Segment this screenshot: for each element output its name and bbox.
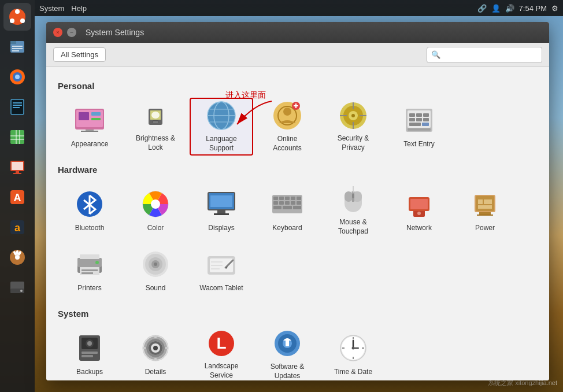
svg-rect-102: [293, 206, 301, 209]
all-settings-button[interactable]: All Settings: [53, 47, 106, 62]
svg-text:a: a: [14, 222, 21, 234]
svg-point-1: [15, 9, 20, 14]
svg-rect-124: [82, 269, 98, 271]
window-toolbar: All Settings 🔍: [46, 43, 549, 67]
software-label: Software &Updates: [271, 363, 305, 380]
mouse-icon: [337, 184, 369, 215]
settings-item-appearance[interactable]: Appearance: [58, 98, 121, 156]
taskbar-tools[interactable]: [3, 243, 31, 271]
sound-label: Sound: [146, 284, 166, 293]
svg-rect-99: [297, 201, 301, 205]
search-icon: 🔍: [431, 50, 440, 59]
network-icon: [403, 188, 435, 220]
brightness-icon: [139, 101, 172, 131]
taskbar-firefox[interactable]: [3, 63, 31, 91]
taskbar-amazon[interactable]: a: [3, 213, 31, 241]
taskbar-appstore[interactable]: A: [3, 183, 31, 211]
settings-item-power[interactable]: Power: [453, 182, 517, 239]
svg-rect-104: [345, 191, 353, 202]
search-input[interactable]: [427, 47, 542, 63]
settings-item-mouse[interactable]: Mouse &Touchpad: [321, 182, 385, 239]
user-icon: 👤: [491, 4, 501, 13]
svg-rect-88: [214, 213, 229, 215]
text-entry-icon: [403, 104, 435, 136]
window-titlebar: × – System Settings: [46, 22, 549, 43]
svg-rect-42: [91, 118, 101, 120]
svg-rect-23: [12, 162, 23, 170]
keyboard-icon: [271, 188, 303, 220]
settings-item-brightness[interactable]: Brightness &Lock: [124, 98, 187, 156]
settings-item-text-entry[interactable]: Text Entry: [387, 98, 451, 156]
svg-point-11: [15, 75, 20, 79]
svg-rect-100: [273, 206, 282, 209]
settings-item-color[interactable]: Color: [124, 182, 187, 239]
sound-icon: [139, 248, 172, 280]
svg-point-65: [351, 114, 355, 117]
settings-item-network[interactable]: Network: [387, 182, 451, 239]
svg-rect-144: [82, 352, 98, 354]
taskbar-writer[interactable]: [3, 93, 31, 121]
settings-item-keyboard[interactable]: Keyboard: [255, 182, 319, 239]
window-close-button[interactable]: ×: [53, 28, 62, 37]
settings-item-online-accounts[interactable]: OnlineAccounts: [255, 98, 319, 156]
settings-item-backups[interactable]: Backups: [58, 326, 121, 380]
details-label: Details: [145, 368, 166, 377]
settings-item-time[interactable]: Time & Date: [321, 326, 385, 380]
language-label: LanguageSupport: [206, 135, 236, 153]
hardware-icons-grid: Bluetooth Col: [58, 182, 538, 299]
svg-rect-17: [10, 130, 24, 144]
color-label: Color: [147, 224, 164, 233]
top-menubar: System Help 🔗 👤 🔊 7:54 PM ⚙: [35, 0, 563, 16]
svg-rect-74: [423, 113, 429, 117]
svg-point-34: [15, 255, 20, 260]
displays-label: Displays: [208, 224, 234, 233]
settings-item-printers[interactable]: Printers: [58, 242, 121, 299]
online-accounts-icon: [271, 100, 303, 131]
svg-rect-116: [478, 199, 483, 204]
taskbar-storage[interactable]: [3, 273, 31, 301]
menu-help[interactable]: Help: [71, 4, 87, 13]
details-icon: [139, 332, 172, 364]
settings-item-software[interactable]: Software &Updates: [255, 326, 319, 380]
svg-rect-145: [82, 355, 93, 357]
settings-item-security[interactable]: Security &Privacy: [321, 98, 385, 156]
volume-icon: 🔊: [505, 4, 514, 13]
network-label: Network: [406, 224, 432, 233]
settings-item-bluetooth[interactable]: Bluetooth: [58, 182, 121, 239]
time-display: 7:54 PM: [519, 4, 547, 13]
svg-rect-14: [13, 102, 22, 103]
svg-rect-101: [283, 206, 292, 209]
svg-rect-40: [79, 112, 89, 120]
svg-point-37: [20, 290, 23, 292]
section-system-label: System: [58, 309, 538, 319]
taskbar-impress[interactable]: [3, 153, 31, 181]
settings-item-displays[interactable]: Displays: [190, 182, 253, 239]
settings-item-landscape[interactable]: L LandscapeService: [190, 326, 253, 380]
svg-rect-80: [408, 128, 431, 131]
taskbar-ubuntu[interactable]: [3, 3, 31, 31]
settings-item-language[interactable]: LanguageSupport: [190, 98, 253, 156]
svg-point-2: [10, 19, 14, 23]
svg-rect-98: [291, 201, 295, 205]
software-icon: [271, 328, 303, 359]
svg-rect-8: [12, 50, 19, 51]
wacom-icon: [205, 248, 238, 280]
wacom-label: Wacom Tablet: [199, 284, 243, 293]
settings-menu-icon[interactable]: ⚙: [551, 4, 558, 13]
window-minimize-button[interactable]: –: [67, 28, 76, 37]
window-title: System Settings: [86, 28, 144, 37]
svg-rect-107: [352, 194, 354, 198]
settings-item-details[interactable]: Details: [124, 326, 187, 380]
security-label: Security &Privacy: [338, 134, 369, 152]
svg-rect-112: [410, 199, 428, 209]
settings-item-sound[interactable]: Sound: [124, 242, 187, 299]
menu-system[interactable]: System: [39, 4, 64, 13]
svg-rect-49: [153, 121, 158, 123]
taskbar-files[interactable]: [3, 33, 31, 61]
bluetooth-label: Bluetooth: [75, 224, 105, 233]
svg-rect-92: [285, 197, 290, 200]
settings-item-wacom[interactable]: Wacom Tablet: [190, 242, 253, 299]
svg-point-127: [95, 261, 99, 264]
taskbar-calc[interactable]: [3, 123, 31, 151]
svg-text:L: L: [216, 334, 226, 352]
